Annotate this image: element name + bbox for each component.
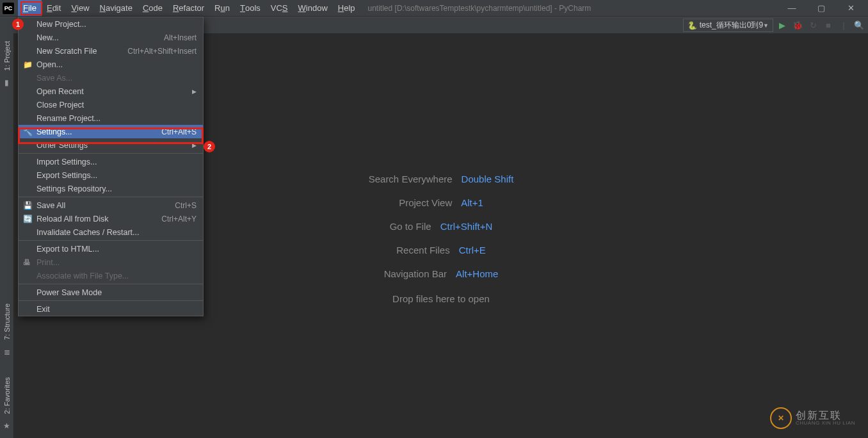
run-config-name: test_循环输出0到9: [700, 20, 763, 31]
left-gutter: 1: Project ▮ 7: Structure ≣ 2: Favorites…: [0, 33, 14, 438]
menu-separator: [19, 300, 203, 301]
menu-tools[interactable]: Tools: [235, 0, 266, 16]
menubar: PC File Edit View Navigate Code Refactor…: [0, 0, 868, 17]
maximize-button[interactable]: ▢: [807, 0, 836, 17]
menu-power-save[interactable]: Power Save Mode: [19, 286, 203, 299]
hint-navbar-key: Alt+Home: [456, 268, 498, 279]
menu-separator: [19, 197, 203, 197]
menu-rename-project[interactable]: Rename Project...: [19, 111, 203, 125]
hint-project-view-key: Alt+1: [461, 197, 483, 208]
file-menu-dropdown: New Project... New...Alt+Insert New Scra…: [18, 17, 204, 316]
hint-project-view: Project View: [399, 197, 452, 208]
folder-icon: 📁: [23, 60, 33, 69]
menu-separator: [19, 153, 203, 154]
menu-code[interactable]: Code: [138, 0, 168, 16]
tab-structure[interactable]: 7: Structure: [2, 298, 12, 345]
menu-open-recent[interactable]: Open Recent▶: [19, 85, 203, 98]
project-icon: ▮: [4, 78, 9, 87]
structure-icon: ≣: [4, 348, 10, 357]
sep: |: [837, 19, 850, 32]
print-icon: 🖶: [23, 258, 31, 267]
menu-file[interactable]: File: [18, 0, 42, 16]
watermark-cn: 创新互联: [796, 410, 855, 421]
menu-edit[interactable]: Edit: [42, 0, 66, 16]
tab-project[interactable]: 1: Project: [2, 36, 12, 76]
stop2-button[interactable]: ■: [822, 19, 835, 32]
favorites-icon: ★: [3, 421, 10, 430]
hint-search: Search Everywhere: [369, 174, 453, 184]
menu-settings-repo[interactable]: Settings Repository...: [19, 182, 203, 195]
run-config-selector[interactable]: 🐍 test_循环输出0到9 ▼: [683, 19, 773, 32]
menu-associate: Associate with File Type...: [19, 269, 203, 282]
watermark-logo: ✕: [770, 407, 792, 429]
menu-help[interactable]: Help: [333, 0, 360, 16]
menu-export-html[interactable]: Export to HTML...: [19, 242, 203, 256]
annotation-badge-1: 1: [12, 19, 24, 30]
save-icon: 💾: [23, 201, 33, 210]
annotation-badge-2: 2: [204, 141, 215, 152]
drop-files-hint: Drop files here to open: [392, 293, 490, 304]
hint-goto-file: Go to File: [390, 221, 431, 232]
python-icon: 🐍: [687, 21, 697, 30]
run-button[interactable]: ▶: [776, 19, 789, 32]
menu-import-settings[interactable]: Import Settings...: [19, 155, 203, 168]
hint-navbar: Navigation Bar: [384, 268, 447, 279]
watermark-en: CHUANG XIN HU LIAN: [796, 421, 855, 426]
menu-save-all[interactable]: 💾Save AllCtrl+S: [19, 199, 203, 212]
close-button[interactable]: ✕: [836, 0, 865, 17]
app-icon: PC: [3, 3, 14, 14]
menu-separator: [19, 240, 203, 241]
menu-reload[interactable]: 🔄Reload All from DiskCtrl+Alt+Y: [19, 212, 203, 225]
menu-new-project[interactable]: New Project...: [19, 17, 203, 31]
menu-invalidate[interactable]: Invalidate Caches / Restart...: [19, 225, 203, 239]
menu-open[interactable]: 📁Open...: [19, 58, 203, 71]
menu-run[interactable]: Run: [209, 0, 235, 16]
menu-save-as: Save As...: [19, 71, 203, 85]
sync-icon: 🔄: [23, 215, 33, 223]
watermark: ✕ 创新互联 CHUANG XIN HU LIAN: [770, 407, 855, 429]
tab-favorites[interactable]: 2: Favorites: [2, 372, 12, 419]
menu-print: 🖶Print...: [19, 256, 203, 269]
window-title: untitled [D:\softwaresTemptestk\pycharmt…: [368, 4, 591, 13]
menu-window[interactable]: Window: [293, 0, 333, 16]
chevron-down-icon: ▼: [763, 22, 769, 29]
minimize-button[interactable]: —: [777, 0, 807, 17]
search-button[interactable]: 🔍: [853, 19, 865, 32]
menu-close-project[interactable]: Close Project: [19, 98, 203, 111]
hint-recent-files: Recent Files: [396, 245, 449, 256]
hint-search-key: Double Shift: [462, 174, 514, 184]
menu-separator: [19, 284, 203, 284]
hint-recent-files-key: Ctrl+E: [459, 245, 486, 256]
menu-refactor[interactable]: Refactor: [168, 0, 209, 16]
menu-export-settings[interactable]: Export Settings...: [19, 168, 203, 182]
hint-goto-file-key: Ctrl+Shift+N: [440, 221, 493, 232]
menu-settings[interactable]: 🔧Settings...Ctrl+Alt+S: [19, 125, 203, 138]
debug-button[interactable]: 🐞: [791, 19, 804, 32]
menu-exit[interactable]: Exit: [19, 302, 203, 316]
menu-new[interactable]: New...Alt+Insert: [19, 31, 203, 44]
menu-new-scratch[interactable]: New Scratch FileCtrl+Alt+Shift+Insert: [19, 44, 203, 58]
chevron-right-icon: ▶: [192, 142, 197, 149]
chevron-right-icon: ▶: [192, 88, 197, 95]
menu-navigate[interactable]: Navigate: [95, 0, 138, 16]
wrench-icon: 🔧: [23, 127, 33, 136]
menu-other-settings[interactable]: Other Settings▶: [19, 138, 203, 152]
stop-button[interactable]: ↻: [807, 19, 819, 32]
menu-view[interactable]: View: [66, 0, 94, 16]
menu-vcs[interactable]: VCS: [266, 0, 293, 16]
